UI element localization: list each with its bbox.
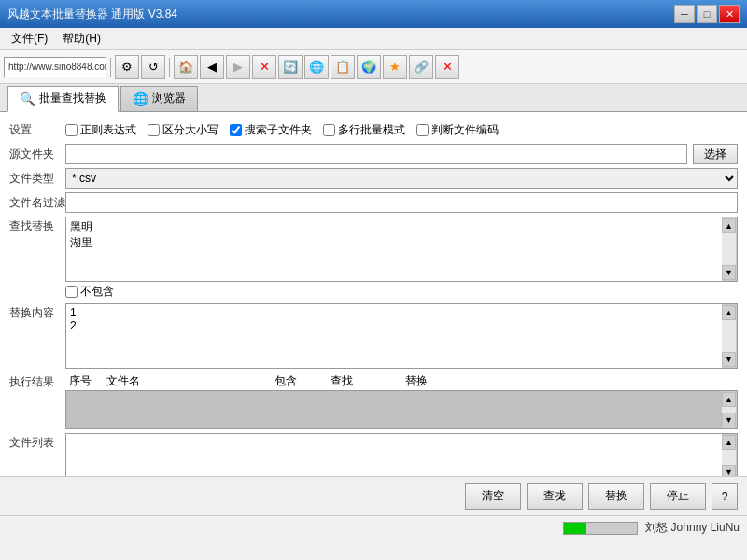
tab-search-replace[interactable]: 🔍 批量查找替换 [7, 86, 119, 112]
file-type-select[interactable]: *.csv *.txt *.html *.* [65, 168, 738, 189]
subdir-option[interactable]: 搜索子文件夹 [230, 122, 312, 138]
results-label: 执行结果 [9, 372, 65, 390]
replace-scroll-track [722, 320, 736, 352]
toolbar-sep-2 [169, 58, 170, 77]
toolbar-reload-btn[interactable]: 🔄 [278, 55, 303, 79]
not-contain-option[interactable]: 不包含 [65, 284, 114, 300]
file-list-row: 文件列表 ▲ ▼ ◀ ▶ [9, 433, 738, 476]
toolbar-copy-btn[interactable]: 📋 [331, 55, 355, 79]
not-contain-label: 不包含 [80, 284, 114, 300]
results-scroll-up[interactable]: ▲ [722, 392, 736, 407]
toolbar-close-btn[interactable]: ✕ [435, 55, 459, 79]
multiline-option[interactable]: 多行批量模式 [323, 122, 405, 138]
menu-bar: 文件(F) 帮助(H) [0, 28, 747, 50]
encoding-label: 判断文件编码 [431, 122, 499, 138]
toolbar-stop-btn[interactable]: ✕ [252, 55, 276, 79]
browse-button[interactable]: 选择 [693, 144, 738, 164]
source-input[interactable] [65, 144, 687, 164]
encoding-checkbox[interactable] [416, 124, 429, 136]
main-content: 设置 正则表达式 区分大小写 搜索子文件夹 多行批量模式 判断文件编码 [0, 112, 747, 476]
toolbar-forward-btn[interactable]: ▶ [226, 55, 250, 79]
toolbar-home-btn[interactable]: 🏠 [174, 55, 198, 79]
toolbar-browser-btn[interactable]: 🌐 [304, 55, 329, 79]
col-search: 查找 [327, 372, 402, 390]
toolbar-back-btn[interactable]: ◀ [200, 55, 224, 79]
replace-scrollbar[interactable]: ▲ ▼ [722, 304, 737, 368]
results-header: 序号 文件名 包含 查找 替换 [65, 372, 738, 390]
replace-textarea[interactable]: 1 2 [66, 304, 722, 368]
regex-option[interactable]: 正则表达式 [65, 122, 136, 138]
col-replace: 替换 [402, 372, 738, 390]
replace-scroll-up[interactable]: ▲ [722, 305, 736, 320]
file-filter-input[interactable] [65, 192, 738, 213]
toolbar-star-btn[interactable]: ★ [383, 55, 407, 79]
results-scrollbar[interactable]: ▲ ▼ [722, 391, 737, 428]
settings-label: 设置 [9, 122, 65, 138]
search-replace-row: 查找替换 黑明 湖里 ▲ ▼ 不包含 [9, 217, 738, 300]
source-label: 源文件夹 [9, 147, 65, 162]
case-checkbox[interactable] [148, 124, 160, 136]
toolbar-refresh-btn[interactable]: ↺ [141, 55, 165, 79]
file-list-wrap: ▲ ▼ [65, 433, 738, 476]
file-filter-content [65, 192, 738, 213]
toolbar: http://www.sino8848.com/FireAs ⚙ ↺ 🏠 ◀ ▶… [0, 50, 747, 84]
file-filter-label: 文件名过滤 [9, 195, 65, 211]
replace-textarea-wrap: 1 2 ▲ ▼ [65, 303, 738, 369]
search-textarea[interactable]: 黑明 湖里 [66, 217, 722, 281]
search-replace-label: 查找替换 [9, 217, 65, 234]
results-scroll-down[interactable]: ▼ [722, 413, 736, 427]
progress-fill [564, 523, 585, 534]
help-button[interactable]: ? [712, 483, 738, 510]
replace-button[interactable]: 替换 [588, 483, 644, 510]
subdir-checkbox[interactable] [230, 124, 242, 136]
title-bar: 风越文本批量替换器 通用版 V3.84 ─ □ ✕ [0, 0, 747, 28]
replace-label: 替换内容 [9, 303, 65, 321]
replace-scroll-down[interactable]: ▼ [722, 352, 736, 367]
file-list-scroll-down[interactable]: ▼ [722, 465, 736, 476]
search-textarea-wrap: 黑明 湖里 ▲ ▼ [65, 217, 738, 282]
encoding-option[interactable]: 判断文件编码 [416, 122, 499, 138]
tab-browser[interactable]: 🌐 浏览器 [120, 86, 198, 111]
case-option[interactable]: 区分大小写 [148, 122, 218, 138]
source-content: 选择 [65, 144, 738, 164]
source-file-row: 源文件夹 选择 [9, 144, 738, 164]
menu-help[interactable]: 帮助(H) [55, 29, 108, 49]
replace-content-row: 替换内容 1 2 ▲ ▼ [9, 303, 738, 369]
case-label: 区分大小写 [162, 122, 218, 138]
status-text: 刘怒 Johnny LiuNu [645, 520, 740, 536]
not-contain-row: 不包含 [65, 284, 738, 300]
tab-browser-icon: 🌐 [133, 91, 148, 106]
file-list-scroll-up[interactable]: ▲ [722, 435, 736, 450]
file-type-label: 文件类型 [9, 171, 65, 187]
toolbar-fav-btn[interactable]: 🔗 [409, 55, 433, 79]
title-text: 风越文本批量替换器 通用版 V3.84 [7, 7, 177, 22]
multiline-label: 多行批量模式 [338, 122, 405, 138]
tab-browser-label: 浏览器 [152, 91, 186, 106]
url-display: http://www.sino8848.com/FireAs [4, 57, 106, 77]
maximize-button[interactable]: □ [697, 5, 717, 23]
clear-button[interactable]: 清空 [465, 483, 521, 510]
search-button[interactable]: 查拢 [527, 483, 583, 510]
minimize-button[interactable]: ─ [674, 5, 695, 23]
status-bar: 刘怒 Johnny LiuNu [0, 515, 747, 539]
regex-checkbox[interactable] [65, 124, 78, 136]
file-list-textarea[interactable] [66, 434, 722, 476]
file-list-scrollbar[interactable]: ▲ ▼ [722, 434, 737, 476]
subdir-label: 搜索子文件夹 [245, 122, 312, 138]
search-scrollbar[interactable]: ▲ ▼ [722, 217, 737, 281]
close-button[interactable]: ✕ [719, 5, 740, 23]
search-scroll-up[interactable]: ▲ [722, 218, 736, 233]
toolbar-globe-btn[interactable]: 🌍 [357, 55, 381, 79]
file-filter-row: 文件名过滤 [9, 192, 738, 213]
search-scroll-down[interactable]: ▼ [722, 265, 736, 280]
menu-file[interactable]: 文件(F) [4, 29, 55, 49]
stop-button[interactable]: 停止 [650, 483, 706, 510]
results-area: ▲ ▼ [65, 390, 738, 429]
not-contain-checkbox[interactable] [65, 286, 78, 298]
col-seq: 序号 [65, 372, 103, 390]
file-list-label: 文件列表 [9, 433, 65, 451]
tab-search-icon: 🔍 [20, 91, 35, 106]
file-type-row: 文件类型 *.csv *.txt *.html *.* [9, 168, 738, 189]
toolbar-settings-btn[interactable]: ⚙ [115, 55, 139, 79]
multiline-checkbox[interactable] [323, 124, 335, 136]
